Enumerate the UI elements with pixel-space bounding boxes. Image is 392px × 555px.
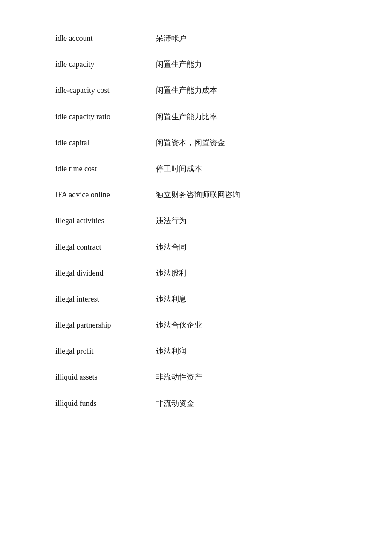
definition-idle-capacity: 闲置生产能力 xyxy=(156,59,202,70)
glossary-item-idle-time-cost: idle time cost停工时间成本 xyxy=(55,156,337,182)
definition-illegal-partnership: 违法合伙企业 xyxy=(156,320,202,331)
term-illiquid-assets: illiquid assets xyxy=(55,372,149,382)
glossary-item-illegal-interest: illegal interest违法利息 xyxy=(55,286,337,312)
term-idle-time-cost: idle time cost xyxy=(55,164,149,174)
term-idle-capacity: idle capacity xyxy=(55,59,149,70)
term-illiquid-funds: illiquid funds xyxy=(55,398,149,409)
glossary-item-idle-capacity-ratio: idle capacity ratio闲置生产能力比率 xyxy=(55,104,337,130)
definition-illiquid-funds: 非流动资金 xyxy=(156,398,194,409)
term-illegal-interest: illegal interest xyxy=(55,294,149,305)
glossary-item-illegal-contract: illegal contract违法合同 xyxy=(55,234,337,260)
definition-idle-capacity-ratio: 闲置生产能力比率 xyxy=(156,112,217,122)
term-idle-capacity-cost: idle-capacity cost xyxy=(55,85,149,96)
definition-illegal-dividend: 违法股利 xyxy=(156,268,187,279)
term-illegal-profit: illegal profit xyxy=(55,346,149,357)
glossary-item-illegal-partnership: illegal partnership违法合伙企业 xyxy=(55,312,337,338)
glossary-item-illiquid-funds: illiquid funds非流动资金 xyxy=(55,391,337,417)
term-idle-account: idle account xyxy=(55,33,149,44)
definition-illegal-contract: 违法合同 xyxy=(156,242,187,253)
glossary-item-illegal-activities: illegal activities违法行为 xyxy=(55,208,337,234)
term-illegal-dividend: illegal dividend xyxy=(55,268,149,279)
term-idle-capital: idle capital xyxy=(55,138,149,148)
term-illegal-contract: illegal contract xyxy=(55,242,149,253)
glossary-item-illiquid-assets: illiquid assets非流动性资产 xyxy=(55,364,337,390)
glossary-item-idle-capacity: idle capacity闲置生产能力 xyxy=(55,52,337,78)
definition-illegal-activities: 违法行为 xyxy=(156,216,187,226)
definition-illegal-profit: 违法利润 xyxy=(156,346,187,357)
definition-idle-time-cost: 停工时间成本 xyxy=(156,164,202,174)
term-ifa-advice-online: IFA advice online xyxy=(55,190,149,200)
glossary-item-ifa-advice-online: IFA advice online独立财务咨询师联网咨询 xyxy=(55,182,337,208)
glossary-item-illegal-profit: illegal profit违法利润 xyxy=(55,338,337,364)
term-illegal-partnership: illegal partnership xyxy=(55,320,149,331)
glossary-item-illegal-dividend: illegal dividend违法股利 xyxy=(55,260,337,286)
definition-illiquid-assets: 非流动性资产 xyxy=(156,372,202,382)
term-idle-capacity-ratio: idle capacity ratio xyxy=(55,112,149,122)
glossary-list: idle account呆滞帐户idle capacity闲置生产能力idle-… xyxy=(55,26,337,417)
glossary-item-idle-account: idle account呆滞帐户 xyxy=(55,26,337,52)
glossary-item-idle-capital: idle capital闲置资本，闲置资金 xyxy=(55,130,337,156)
glossary-item-idle-capacity-cost: idle-capacity cost闲置生产能力成本 xyxy=(55,78,337,104)
definition-ifa-advice-online: 独立财务咨询师联网咨询 xyxy=(156,190,240,200)
definition-idle-account: 呆滞帐户 xyxy=(156,33,187,44)
definition-illegal-interest: 违法利息 xyxy=(156,294,187,305)
definition-idle-capacity-cost: 闲置生产能力成本 xyxy=(156,85,217,96)
term-illegal-activities: illegal activities xyxy=(55,216,149,226)
definition-idle-capital: 闲置资本，闲置资金 xyxy=(156,138,225,148)
